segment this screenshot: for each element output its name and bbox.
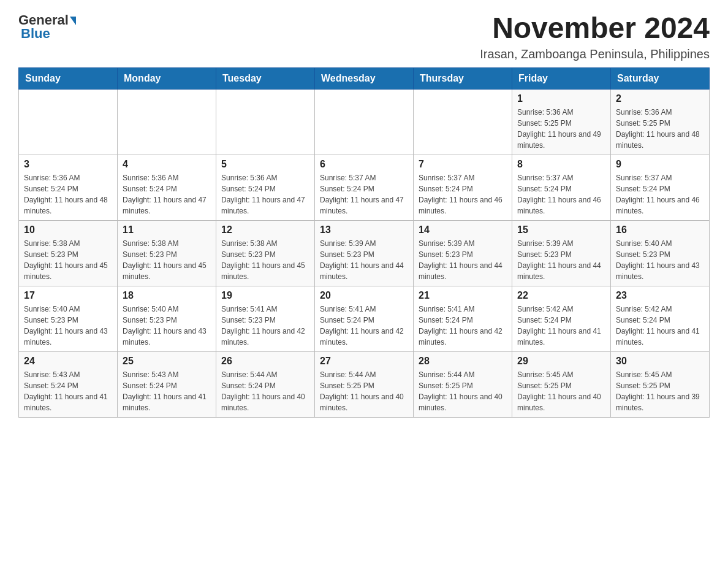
day-number: 6 xyxy=(320,159,408,170)
table-row: 29Sunrise: 5:45 AMSunset: 5:25 PMDayligh… xyxy=(512,351,611,417)
day-info: Sunrise: 5:36 AMSunset: 5:25 PMDaylight:… xyxy=(517,107,605,151)
calendar-header-row: Sunday Monday Tuesday Wednesday Thursday… xyxy=(19,67,710,89)
table-row: 22Sunrise: 5:42 AMSunset: 5:24 PMDayligh… xyxy=(512,286,611,351)
day-number: 19 xyxy=(221,290,309,301)
day-number: 20 xyxy=(320,290,408,301)
day-number: 3 xyxy=(24,159,112,170)
day-number: 26 xyxy=(221,356,309,367)
table-row: 15Sunrise: 5:39 AMSunset: 5:23 PMDayligh… xyxy=(512,220,611,286)
day-number: 12 xyxy=(221,224,309,236)
day-info: Sunrise: 5:40 AMSunset: 5:23 PMDaylight:… xyxy=(123,304,211,348)
table-row: 4Sunrise: 5:36 AMSunset: 5:24 PMDaylight… xyxy=(118,155,216,220)
table-row: 7Sunrise: 5:37 AMSunset: 5:24 PMDaylight… xyxy=(414,155,512,220)
day-info: Sunrise: 5:45 AMSunset: 5:25 PMDaylight:… xyxy=(517,369,605,413)
table-row: 24Sunrise: 5:43 AMSunset: 5:24 PMDayligh… xyxy=(19,351,118,417)
day-number: 27 xyxy=(320,356,408,367)
col-saturday: Saturday xyxy=(611,67,710,89)
day-number: 5 xyxy=(221,159,309,170)
day-info: Sunrise: 5:42 AMSunset: 5:24 PMDaylight:… xyxy=(517,304,605,348)
table-row xyxy=(118,89,216,155)
day-info: Sunrise: 5:44 AMSunset: 5:25 PMDaylight:… xyxy=(419,369,507,413)
table-row: 18Sunrise: 5:40 AMSunset: 5:23 PMDayligh… xyxy=(118,286,216,351)
table-row: 11Sunrise: 5:38 AMSunset: 5:23 PMDayligh… xyxy=(118,220,216,286)
day-info: Sunrise: 5:37 AMSunset: 5:24 PMDaylight:… xyxy=(616,172,704,216)
table-row xyxy=(315,89,414,155)
day-info: Sunrise: 5:39 AMSunset: 5:23 PMDaylight:… xyxy=(320,238,408,282)
day-info: Sunrise: 5:36 AMSunset: 5:24 PMDaylight:… xyxy=(221,172,309,216)
table-row: 26Sunrise: 5:44 AMSunset: 5:24 PMDayligh… xyxy=(216,351,315,417)
table-row xyxy=(19,89,118,155)
day-info: Sunrise: 5:41 AMSunset: 5:24 PMDaylight:… xyxy=(419,304,507,348)
calendar-week-row: 3Sunrise: 5:36 AMSunset: 5:24 PMDaylight… xyxy=(19,155,710,220)
day-number: 9 xyxy=(616,159,704,170)
table-row: 13Sunrise: 5:39 AMSunset: 5:23 PMDayligh… xyxy=(315,220,414,286)
day-info: Sunrise: 5:44 AMSunset: 5:24 PMDaylight:… xyxy=(221,369,309,413)
day-number: 17 xyxy=(24,290,112,301)
table-row: 30Sunrise: 5:45 AMSunset: 5:25 PMDayligh… xyxy=(611,351,710,417)
col-monday: Monday xyxy=(118,67,216,89)
day-number: 15 xyxy=(517,224,605,236)
day-number: 1 xyxy=(517,93,605,104)
day-number: 13 xyxy=(320,224,408,236)
calendar-table: Sunday Monday Tuesday Wednesday Thursday… xyxy=(18,67,710,418)
day-info: Sunrise: 5:38 AMSunset: 5:23 PMDaylight:… xyxy=(24,238,112,282)
table-row: 2Sunrise: 5:36 AMSunset: 5:25 PMDaylight… xyxy=(611,89,710,155)
table-row: 10Sunrise: 5:38 AMSunset: 5:23 PMDayligh… xyxy=(19,220,118,286)
table-row: 16Sunrise: 5:40 AMSunset: 5:23 PMDayligh… xyxy=(611,220,710,286)
day-number: 16 xyxy=(616,224,704,236)
day-info: Sunrise: 5:39 AMSunset: 5:23 PMDaylight:… xyxy=(419,238,507,282)
day-info: Sunrise: 5:36 AMSunset: 5:24 PMDaylight:… xyxy=(24,172,112,216)
day-info: Sunrise: 5:38 AMSunset: 5:23 PMDaylight:… xyxy=(123,238,211,282)
table-row: 5Sunrise: 5:36 AMSunset: 5:24 PMDaylight… xyxy=(216,155,315,220)
logo-blue-text: Blue xyxy=(21,26,50,42)
day-info: Sunrise: 5:45 AMSunset: 5:25 PMDaylight:… xyxy=(616,369,704,413)
month-title: November 2024 xyxy=(480,12,710,45)
table-row: 12Sunrise: 5:38 AMSunset: 5:23 PMDayligh… xyxy=(216,220,315,286)
table-row: 3Sunrise: 5:36 AMSunset: 5:24 PMDaylight… xyxy=(19,155,118,220)
day-info: Sunrise: 5:42 AMSunset: 5:24 PMDaylight:… xyxy=(616,304,704,348)
table-row: 19Sunrise: 5:41 AMSunset: 5:23 PMDayligh… xyxy=(216,286,315,351)
day-number: 8 xyxy=(517,159,605,170)
logo: General Blue xyxy=(18,12,76,42)
page-header: General Blue November 2024 Irasan, Zambo… xyxy=(18,12,710,61)
calendar-week-row: 10Sunrise: 5:38 AMSunset: 5:23 PMDayligh… xyxy=(19,220,710,286)
day-number: 23 xyxy=(616,290,704,301)
day-info: Sunrise: 5:41 AMSunset: 5:23 PMDaylight:… xyxy=(221,304,309,348)
col-sunday: Sunday xyxy=(19,67,118,89)
calendar-week-row: 1Sunrise: 5:36 AMSunset: 5:25 PMDaylight… xyxy=(19,89,710,155)
table-row: 6Sunrise: 5:37 AMSunset: 5:24 PMDaylight… xyxy=(315,155,414,220)
day-number: 14 xyxy=(419,224,507,236)
location-subtitle: Irasan, Zamboanga Peninsula, Philippines xyxy=(480,47,710,61)
day-number: 30 xyxy=(616,356,704,367)
day-number: 7 xyxy=(419,159,507,170)
day-number: 18 xyxy=(123,290,211,301)
day-info: Sunrise: 5:44 AMSunset: 5:25 PMDaylight:… xyxy=(320,369,408,413)
col-thursday: Thursday xyxy=(414,67,512,89)
day-info: Sunrise: 5:41 AMSunset: 5:24 PMDaylight:… xyxy=(320,304,408,348)
table-row: 1Sunrise: 5:36 AMSunset: 5:25 PMDaylight… xyxy=(512,89,611,155)
col-friday: Friday xyxy=(512,67,611,89)
calendar-week-row: 24Sunrise: 5:43 AMSunset: 5:24 PMDayligh… xyxy=(19,351,710,417)
table-row: 28Sunrise: 5:44 AMSunset: 5:25 PMDayligh… xyxy=(414,351,512,417)
table-row xyxy=(216,89,315,155)
day-number: 29 xyxy=(517,356,605,367)
day-info: Sunrise: 5:37 AMSunset: 5:24 PMDaylight:… xyxy=(517,172,605,216)
day-number: 10 xyxy=(24,224,112,236)
table-row: 21Sunrise: 5:41 AMSunset: 5:24 PMDayligh… xyxy=(414,286,512,351)
day-info: Sunrise: 5:36 AMSunset: 5:24 PMDaylight:… xyxy=(123,172,211,216)
day-number: 21 xyxy=(419,290,507,301)
day-info: Sunrise: 5:36 AMSunset: 5:25 PMDaylight:… xyxy=(616,107,704,151)
day-number: 25 xyxy=(123,356,211,367)
day-info: Sunrise: 5:37 AMSunset: 5:24 PMDaylight:… xyxy=(419,172,507,216)
day-number: 2 xyxy=(616,93,704,104)
day-info: Sunrise: 5:40 AMSunset: 5:23 PMDaylight:… xyxy=(24,304,112,348)
col-tuesday: Tuesday xyxy=(216,67,315,89)
table-row: 20Sunrise: 5:41 AMSunset: 5:24 PMDayligh… xyxy=(315,286,414,351)
table-row: 17Sunrise: 5:40 AMSunset: 5:23 PMDayligh… xyxy=(19,286,118,351)
day-info: Sunrise: 5:43 AMSunset: 5:24 PMDaylight:… xyxy=(24,369,112,413)
table-row: 9Sunrise: 5:37 AMSunset: 5:24 PMDaylight… xyxy=(611,155,710,220)
table-row xyxy=(414,89,512,155)
day-number: 22 xyxy=(517,290,605,301)
title-section: November 2024 Irasan, Zamboanga Peninsul… xyxy=(480,12,710,61)
col-wednesday: Wednesday xyxy=(315,67,414,89)
